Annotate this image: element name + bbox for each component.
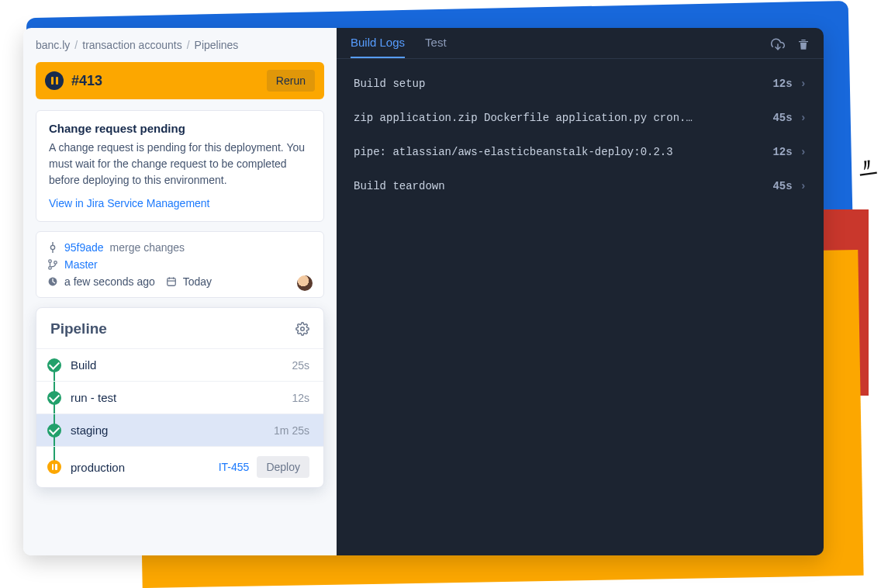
log-row[interactable]: Build setup 12s› [343, 67, 817, 101]
trash-icon[interactable] [797, 37, 810, 51]
pipeline-step-run-test[interactable]: run - test 12s [36, 381, 323, 413]
svg-point-0 [50, 245, 54, 249]
log-row[interactable]: pipe: atlassian/aws-elasticbeanstalk-dep… [343, 135, 817, 169]
left-panel: banc.ly / transaction accounts / Pipelin… [23, 28, 337, 555]
log-text: Build teardown [354, 180, 445, 192]
step-name: run - test [71, 391, 116, 404]
pipeline-step-staging[interactable]: staging 1m 25s [36, 413, 323, 446]
pause-icon [45, 71, 64, 90]
download-cloud-icon[interactable] [771, 37, 785, 51]
run-relative-time: a few seconds ago [64, 275, 155, 288]
commit-icon [47, 242, 58, 253]
pipeline-step-build[interactable]: Build 25s [36, 348, 323, 381]
breadcrumb-repo[interactable]: transaction accounts [82, 39, 181, 51]
chevron-right-icon: › [800, 78, 807, 90]
log-row[interactable]: Build teardown 45s› [343, 169, 817, 203]
run-number: #413 [71, 73, 102, 89]
log-row[interactable]: zip application.zip Dockerfile applicati… [343, 101, 817, 135]
tab-build-logs[interactable]: Build Logs [351, 36, 405, 58]
step-duration: 1m 25s [274, 424, 309, 437]
breadcrumb-current: Pipelines [195, 39, 239, 51]
rerun-button[interactable]: Rerun [267, 70, 315, 92]
deploy-button[interactable]: Deploy [257, 456, 309, 478]
commit-meta-card: 95f9ade merge changes Master a few secon… [36, 231, 324, 298]
run-date: Today [183, 275, 212, 288]
breadcrumb-project[interactable]: banc.ly [36, 39, 70, 51]
logs-panel: Build Logs Test Build setup 12s› zip app… [337, 28, 824, 555]
commit-hash[interactable]: 95f9ade [64, 241, 104, 254]
svg-point-11 [301, 327, 305, 331]
change-request-card: Change request pending A change request … [36, 110, 324, 222]
log-duration: 45s [772, 112, 792, 124]
log-text: pipe: atlassian/aws-elasticbeanstalk-dep… [354, 146, 673, 158]
avatar[interactable] [297, 275, 313, 291]
logs-tabs: Build Logs Test [337, 28, 824, 59]
step-name: production [71, 461, 125, 474]
log-duration: 45s [772, 180, 792, 192]
logs-list: Build setup 12s› zip application.zip Doc… [337, 59, 824, 211]
clock-icon [47, 276, 58, 287]
change-request-title: Change request pending [49, 122, 311, 135]
branch-name[interactable]: Master [64, 258, 98, 271]
run-header: #413 Rerun [36, 62, 324, 99]
log-text: zip application.zip Dockerfile applicati… [354, 112, 695, 124]
svg-point-5 [54, 261, 57, 265]
breadcrumb-sep: / [187, 39, 190, 51]
svg-rect-7 [168, 278, 176, 286]
log-duration: 12s [772, 146, 792, 158]
decor-spark-lines: 〃— [859, 161, 878, 178]
breadcrumb: banc.ly / transaction accounts / Pipelin… [36, 39, 324, 51]
log-text: Build setup [354, 78, 425, 90]
status-success-icon [47, 391, 61, 405]
svg-point-4 [49, 267, 52, 270]
pipeline-title: Pipeline [50, 320, 107, 337]
step-name: Build [71, 358, 96, 372]
gear-icon[interactable] [295, 322, 309, 336]
status-success-icon [47, 358, 61, 372]
branch-icon [47, 259, 58, 270]
commit-message: merge changes [110, 241, 185, 254]
pipeline-step-production[interactable]: production IT-455 Deploy [36, 446, 323, 487]
status-success-icon [47, 424, 61, 438]
calendar-icon [166, 276, 177, 287]
status-paused-icon [47, 460, 61, 474]
breadcrumb-sep: / [74, 39, 78, 51]
chevron-right-icon: › [800, 112, 807, 124]
step-duration: 25s [292, 359, 309, 372]
ticket-link[interactable]: IT-455 [219, 461, 250, 473]
change-request-body: A change request is pending for this dep… [49, 140, 311, 189]
app-window: banc.ly / transaction accounts / Pipelin… [23, 28, 824, 555]
step-duration: 12s [292, 392, 309, 404]
pipeline-card: Pipeline Build 25s run - test 12s [36, 307, 324, 488]
chevron-right-icon: › [800, 146, 807, 158]
tab-test[interactable]: Test [425, 36, 447, 58]
log-duration: 12s [772, 78, 792, 90]
view-in-jsm-link[interactable]: View in Jira Service Management [49, 197, 210, 209]
step-name: staging [71, 424, 108, 437]
svg-point-3 [49, 260, 52, 263]
chevron-right-icon: › [800, 180, 807, 192]
